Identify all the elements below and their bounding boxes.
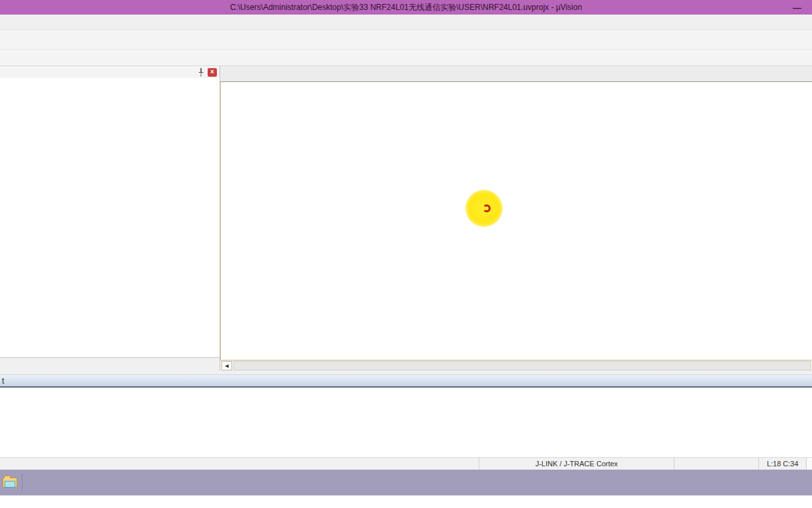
scroll-left-button[interactable]: ◄	[222, 361, 232, 370]
status-bar: J-LINK / J-TRACE Cortex L:18 C:34	[0, 457, 812, 470]
output-panel-body	[0, 388, 812, 457]
project-tree	[0, 78, 220, 357]
editor-tab-bar	[220, 66, 812, 82]
project-panel-tabs	[0, 357, 220, 370]
title-bar[interactable]: C:\Users\Administrator\Desktop\实验33 NRF2…	[0, 0, 812, 15]
main-toolbar	[0, 30, 812, 50]
status-cursor-position: L:18 C:34	[759, 458, 807, 470]
panel-gap	[0, 370, 812, 375]
editor-area: ◄	[220, 66, 812, 370]
cursor-swirl-icon	[483, 204, 491, 212]
taskbar-explorer-button[interactable]	[0, 470, 20, 495]
uvision-window: C:\Users\Administrator\Desktop\实验33 NRF2…	[0, 0, 812, 508]
mouse-click-highlight	[466, 190, 503, 227]
pin-icon[interactable]: ╀	[196, 68, 206, 77]
project-panel: ╀ ×	[0, 66, 220, 370]
scrollbar-track[interactable]	[233, 361, 811, 370]
output-caption-text: t	[2, 376, 4, 386]
minimize-button[interactable]: —	[788, 3, 807, 13]
code-editor[interactable]	[220, 82, 812, 360]
workspace: ╀ × ◄	[0, 66, 812, 370]
build-toolbar	[0, 50, 812, 66]
taskbar-separator	[22, 473, 22, 493]
window-title: C:\Users\Administrator\Desktop\实验33 NRF2…	[230, 2, 582, 13]
taskbar	[0, 470, 812, 495]
horizontal-scrollbar[interactable]: ◄	[220, 360, 812, 370]
status-debugger: J-LINK / J-TRACE Cortex	[479, 458, 674, 470]
language-bar	[807, 458, 812, 470]
status-left-field	[0, 458, 479, 470]
output-panel-caption[interactable]: t	[0, 375, 812, 388]
folder-icon	[3, 478, 17, 487]
status-gap-field	[674, 458, 759, 470]
menu-bar	[0, 15, 812, 30]
close-icon[interactable]: ×	[208, 68, 217, 77]
project-panel-header: ╀ ×	[0, 66, 220, 78]
